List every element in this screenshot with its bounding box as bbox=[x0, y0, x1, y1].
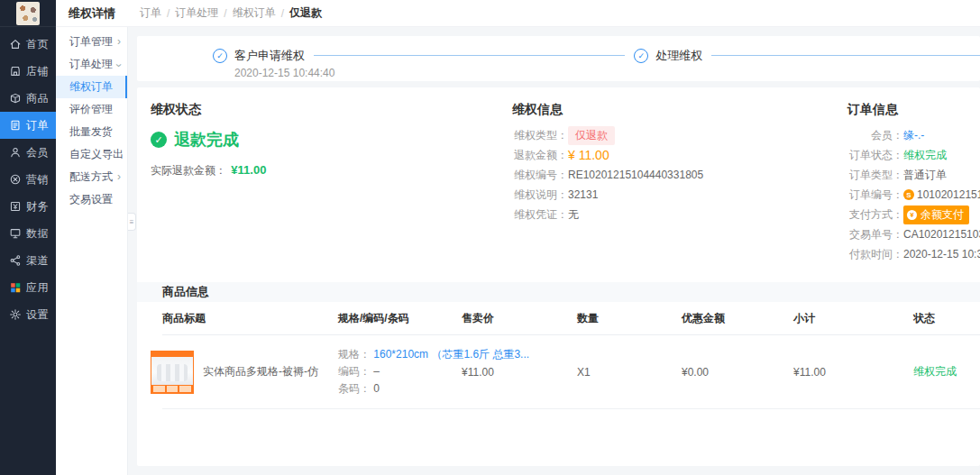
menu-item-order-manage[interactable]: 订单管理 › bbox=[56, 31, 127, 53]
order-no-row: 订单编号： S 1010201215103453273595 bbox=[847, 185, 980, 205]
breadcrumb-separator: / bbox=[224, 7, 226, 20]
field-label: 付款时间： bbox=[847, 247, 903, 262]
member-row: 会员： 缘-.- bbox=[847, 125, 980, 145]
app-logo bbox=[16, 2, 40, 25]
goods-table-header: 商品标题 规格/编码/条码 售卖价 数量 优惠金额 小计 状态 bbox=[162, 302, 980, 335]
menu-item-trade-settings[interactable]: 交易设置 bbox=[56, 188, 127, 211]
menu-collapse-handle[interactable]: ≡ bbox=[128, 213, 136, 231]
sidebar-item-label: 数据 bbox=[26, 226, 49, 242]
thumb-price-strip bbox=[151, 385, 193, 393]
col-header-status: 状态 bbox=[913, 311, 980, 326]
menu-item-delivery-method[interactable]: 配送方式 › bbox=[56, 166, 127, 188]
sidebar-item-finance[interactable]: 财务 bbox=[0, 193, 56, 220]
step-timestamp: 2020-12-15 10:44:40 bbox=[234, 67, 334, 79]
progress-steps-card: ✓ 客户申请维权 2020-12-15 10:44:40 ✓ 处理维权 bbox=[137, 36, 980, 81]
step-apply: ✓ 客户申请维权 2020-12-15 10:44:40 bbox=[213, 48, 305, 64]
price-cell: ¥11.00 bbox=[462, 366, 577, 379]
sidebar-item-goods[interactable]: 商品 bbox=[0, 85, 56, 112]
menu-item-custom-export[interactable]: 自定义导出 bbox=[56, 143, 127, 166]
qty-cell: X1 bbox=[577, 366, 682, 379]
rights-desc-value: 32131 bbox=[568, 188, 598, 201]
yen-icon: ¥ bbox=[907, 210, 917, 220]
page-title: 维权详情 bbox=[56, 5, 128, 22]
menu-item-label: 交易设置 bbox=[69, 193, 113, 206]
panel-title: 维权信息 bbox=[512, 102, 834, 118]
data-icon bbox=[8, 227, 22, 241]
field-label: 退款金额： bbox=[512, 148, 568, 163]
success-check-icon: ✓ bbox=[151, 132, 167, 148]
field-label: 支付方式： bbox=[847, 207, 903, 223]
product-thumbnail[interactable] bbox=[151, 351, 194, 394]
refund-complete-row: ✓ 退款完成 bbox=[151, 129, 499, 151]
shop-icon bbox=[8, 65, 22, 78]
order-type-row: 订单类型： 普通订单 bbox=[847, 165, 980, 185]
sidebar-item-label: 设置 bbox=[26, 307, 49, 323]
subtotal-cell: ¥11.00 bbox=[793, 366, 913, 379]
field-label: 会员： bbox=[847, 128, 903, 143]
step-label: 客户申请维权 bbox=[234, 48, 305, 64]
spec-value-link[interactable]: 160*210cm （芯重1.6斤 总重3... bbox=[373, 348, 529, 361]
sidebar-item-channels[interactable]: 渠道 bbox=[0, 247, 56, 274]
member-link[interactable]: 缘-.- bbox=[903, 128, 924, 143]
sidebar-item-orders[interactable]: 订单 bbox=[0, 112, 56, 139]
order-type-value: 普通订单 bbox=[903, 168, 947, 183]
actual-refund-label: 实际退款金额： bbox=[151, 164, 226, 177]
col-header-qty: 数量 bbox=[577, 311, 682, 326]
sidebar-item-label: 财务 bbox=[26, 199, 49, 215]
field-label: 维权说明： bbox=[512, 187, 568, 203]
topbar: 维权详情 订单 / 订单处理 / 维权订单 / 仅退款 bbox=[56, 0, 980, 27]
field-label: 维权凭证： bbox=[512, 207, 568, 223]
actual-refund-value: ¥11.00 bbox=[231, 163, 266, 177]
step-label: 处理维权 bbox=[655, 48, 702, 64]
menu-item-label: 评价管理 bbox=[69, 103, 113, 115]
sidebar-item-label: 商品 bbox=[26, 91, 49, 106]
pay-badge-label: 余额支付 bbox=[920, 207, 964, 223]
goods-title-cell: 实体商品多规格-被褥-仿 bbox=[151, 351, 338, 394]
rights-proof-row: 维权凭证： 无 bbox=[512, 205, 834, 224]
breadcrumb-item[interactable]: 订单处理 bbox=[175, 5, 218, 21]
sidebar-item-settings[interactable]: 设置 bbox=[0, 301, 56, 328]
barcode-value: 0 bbox=[373, 382, 380, 395]
col-header-subtotal: 小计 bbox=[793, 311, 913, 326]
chevron-right-icon: › bbox=[117, 31, 121, 53]
sidebar-item-home[interactable]: 首页 bbox=[0, 31, 56, 58]
menu-item-label: 订单管理 bbox=[69, 35, 113, 48]
menu-item-label: 配送方式 bbox=[69, 170, 113, 183]
rights-no-value: RE10201215104440331805 bbox=[568, 169, 703, 181]
order-status-value: 维权完成 bbox=[903, 148, 947, 163]
menu-item-label: 批量发货 bbox=[69, 125, 113, 138]
refund-only-badge: 仅退款 bbox=[568, 126, 615, 145]
menu-item-review-manage[interactable]: 评价管理 bbox=[56, 98, 127, 121]
code-line: 编码： – bbox=[338, 363, 462, 380]
sidebar-item-marketing[interactable]: 营销 bbox=[0, 166, 56, 193]
breadcrumb-item[interactable]: 维权订单 bbox=[233, 5, 276, 21]
goods-icon bbox=[8, 92, 22, 105]
refund-amount-value: ¥ 11.00 bbox=[568, 148, 609, 162]
order-no-value: 1010201215103453273595 bbox=[917, 188, 980, 201]
order-source-icon: S bbox=[903, 189, 914, 200]
sidebar-item-apps[interactable]: 应用 bbox=[0, 274, 56, 301]
step-check-icon: ✓ bbox=[213, 49, 227, 63]
menu-item-batch-ship[interactable]: 批量发货 bbox=[56, 121, 127, 143]
channel-icon bbox=[8, 254, 22, 268]
step-check-icon: ✓ bbox=[634, 49, 648, 63]
rights-no-row: 维权编号： RE10201215104440331805 bbox=[512, 165, 834, 185]
sidebar-item-members[interactable]: 会员 bbox=[0, 139, 56, 166]
chevron-down-icon: › bbox=[107, 64, 130, 68]
field-label: 订单编号： bbox=[847, 187, 903, 203]
finance-icon bbox=[8, 200, 22, 214]
main-sidebar: 首页 店铺 商品 订单 会员 营销 财务 数据 bbox=[0, 0, 56, 475]
sidebar-item-label: 订单 bbox=[26, 118, 49, 133]
sidebar-item-data[interactable]: 数据 bbox=[0, 220, 56, 247]
product-title-link[interactable]: 实体商品多规格-被褥-仿 bbox=[203, 364, 318, 379]
sidebar-item-shop[interactable]: 店铺 bbox=[0, 58, 56, 85]
menu-item-order-process[interactable]: 订单处理 › bbox=[56, 53, 127, 76]
breadcrumb-separator: / bbox=[167, 7, 169, 20]
sidebar-item-label: 营销 bbox=[26, 172, 49, 187]
menu-item-rights-orders[interactable]: 维权订单 bbox=[56, 76, 127, 98]
rights-info-panel: 维权信息 维权类型： 仅退款 退款金额： ¥ 11.00 维权编号： RE102… bbox=[499, 102, 834, 264]
pay-time-value: 2020-12-15 10:36:35 bbox=[903, 248, 980, 260]
order-submenu: 订单管理 › 订单处理 › 维权订单 评价管理 批量发货 自定义导出 配送方式 … bbox=[56, 27, 128, 475]
menu-item-label: 自定义导出 bbox=[69, 148, 124, 160]
breadcrumb-item[interactable]: 订单 bbox=[140, 5, 161, 21]
